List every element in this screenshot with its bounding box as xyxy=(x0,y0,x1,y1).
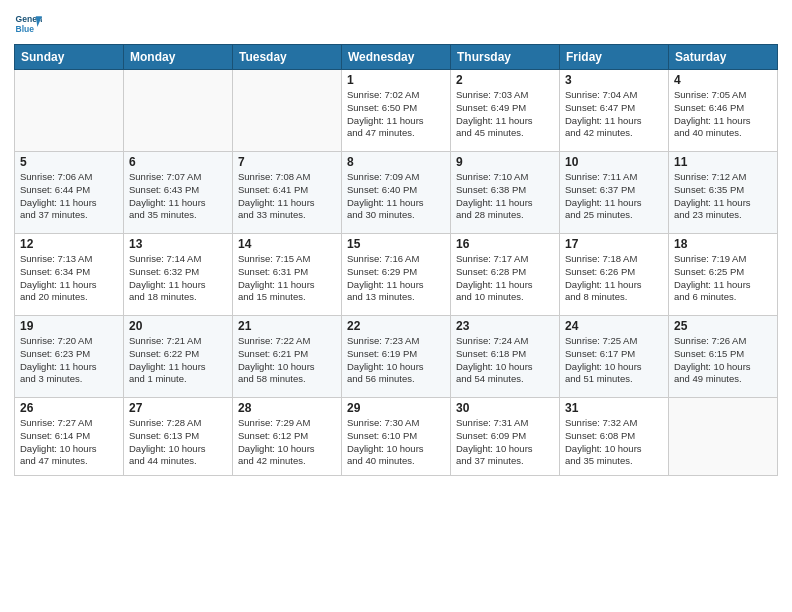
day-info: Sunrise: 7:20 AM Sunset: 6:23 PM Dayligh… xyxy=(20,335,118,386)
day-number: 23 xyxy=(456,319,554,333)
day-info: Sunrise: 7:06 AM Sunset: 6:44 PM Dayligh… xyxy=(20,171,118,222)
day-info: Sunrise: 7:19 AM Sunset: 6:25 PM Dayligh… xyxy=(674,253,772,304)
day-number: 15 xyxy=(347,237,445,251)
day-cell: 15Sunrise: 7:16 AM Sunset: 6:29 PM Dayli… xyxy=(342,234,451,316)
weekday-friday: Friday xyxy=(560,45,669,70)
day-number: 30 xyxy=(456,401,554,415)
day-cell: 8Sunrise: 7:09 AM Sunset: 6:40 PM Daylig… xyxy=(342,152,451,234)
day-number: 19 xyxy=(20,319,118,333)
day-number: 26 xyxy=(20,401,118,415)
weekday-sunday: Sunday xyxy=(15,45,124,70)
day-info: Sunrise: 7:05 AM Sunset: 6:46 PM Dayligh… xyxy=(674,89,772,140)
calendar: SundayMondayTuesdayWednesdayThursdayFrid… xyxy=(14,44,778,476)
week-row-4: 19Sunrise: 7:20 AM Sunset: 6:23 PM Dayli… xyxy=(15,316,778,398)
day-info: Sunrise: 7:32 AM Sunset: 6:08 PM Dayligh… xyxy=(565,417,663,468)
day-number: 7 xyxy=(238,155,336,169)
day-number: 13 xyxy=(129,237,227,251)
week-row-5: 26Sunrise: 7:27 AM Sunset: 6:14 PM Dayli… xyxy=(15,398,778,476)
day-number: 21 xyxy=(238,319,336,333)
logo-icon: General Blue xyxy=(14,10,42,38)
day-info: Sunrise: 7:14 AM Sunset: 6:32 PM Dayligh… xyxy=(129,253,227,304)
day-cell: 26Sunrise: 7:27 AM Sunset: 6:14 PM Dayli… xyxy=(15,398,124,476)
day-cell xyxy=(124,70,233,152)
day-number: 24 xyxy=(565,319,663,333)
day-info: Sunrise: 7:24 AM Sunset: 6:18 PM Dayligh… xyxy=(456,335,554,386)
day-cell: 13Sunrise: 7:14 AM Sunset: 6:32 PM Dayli… xyxy=(124,234,233,316)
day-cell xyxy=(15,70,124,152)
day-cell: 10Sunrise: 7:11 AM Sunset: 6:37 PM Dayli… xyxy=(560,152,669,234)
day-info: Sunrise: 7:29 AM Sunset: 6:12 PM Dayligh… xyxy=(238,417,336,468)
day-number: 5 xyxy=(20,155,118,169)
day-cell: 6Sunrise: 7:07 AM Sunset: 6:43 PM Daylig… xyxy=(124,152,233,234)
day-info: Sunrise: 7:17 AM Sunset: 6:28 PM Dayligh… xyxy=(456,253,554,304)
day-number: 4 xyxy=(674,73,772,87)
day-number: 25 xyxy=(674,319,772,333)
day-number: 9 xyxy=(456,155,554,169)
day-cell: 11Sunrise: 7:12 AM Sunset: 6:35 PM Dayli… xyxy=(669,152,778,234)
page: General Blue SundayMondayTuesdayWednesda… xyxy=(0,0,792,612)
day-cell: 14Sunrise: 7:15 AM Sunset: 6:31 PM Dayli… xyxy=(233,234,342,316)
day-number: 8 xyxy=(347,155,445,169)
day-cell: 19Sunrise: 7:20 AM Sunset: 6:23 PM Dayli… xyxy=(15,316,124,398)
day-number: 16 xyxy=(456,237,554,251)
day-info: Sunrise: 7:09 AM Sunset: 6:40 PM Dayligh… xyxy=(347,171,445,222)
day-cell: 9Sunrise: 7:10 AM Sunset: 6:38 PM Daylig… xyxy=(451,152,560,234)
day-info: Sunrise: 7:08 AM Sunset: 6:41 PM Dayligh… xyxy=(238,171,336,222)
day-info: Sunrise: 7:23 AM Sunset: 6:19 PM Dayligh… xyxy=(347,335,445,386)
day-cell: 1Sunrise: 7:02 AM Sunset: 6:50 PM Daylig… xyxy=(342,70,451,152)
day-cell: 17Sunrise: 7:18 AM Sunset: 6:26 PM Dayli… xyxy=(560,234,669,316)
week-row-2: 5Sunrise: 7:06 AM Sunset: 6:44 PM Daylig… xyxy=(15,152,778,234)
day-info: Sunrise: 7:03 AM Sunset: 6:49 PM Dayligh… xyxy=(456,89,554,140)
day-cell: 22Sunrise: 7:23 AM Sunset: 6:19 PM Dayli… xyxy=(342,316,451,398)
day-cell: 29Sunrise: 7:30 AM Sunset: 6:10 PM Dayli… xyxy=(342,398,451,476)
day-info: Sunrise: 7:16 AM Sunset: 6:29 PM Dayligh… xyxy=(347,253,445,304)
day-cell: 18Sunrise: 7:19 AM Sunset: 6:25 PM Dayli… xyxy=(669,234,778,316)
day-number: 17 xyxy=(565,237,663,251)
day-info: Sunrise: 7:31 AM Sunset: 6:09 PM Dayligh… xyxy=(456,417,554,468)
day-info: Sunrise: 7:12 AM Sunset: 6:35 PM Dayligh… xyxy=(674,171,772,222)
day-info: Sunrise: 7:10 AM Sunset: 6:38 PM Dayligh… xyxy=(456,171,554,222)
day-cell: 2Sunrise: 7:03 AM Sunset: 6:49 PM Daylig… xyxy=(451,70,560,152)
day-number: 14 xyxy=(238,237,336,251)
day-number: 28 xyxy=(238,401,336,415)
day-info: Sunrise: 7:18 AM Sunset: 6:26 PM Dayligh… xyxy=(565,253,663,304)
day-info: Sunrise: 7:25 AM Sunset: 6:17 PM Dayligh… xyxy=(565,335,663,386)
weekday-thursday: Thursday xyxy=(451,45,560,70)
day-number: 10 xyxy=(565,155,663,169)
day-cell: 20Sunrise: 7:21 AM Sunset: 6:22 PM Dayli… xyxy=(124,316,233,398)
day-info: Sunrise: 7:15 AM Sunset: 6:31 PM Dayligh… xyxy=(238,253,336,304)
day-cell: 21Sunrise: 7:22 AM Sunset: 6:21 PM Dayli… xyxy=(233,316,342,398)
day-info: Sunrise: 7:22 AM Sunset: 6:21 PM Dayligh… xyxy=(238,335,336,386)
day-info: Sunrise: 7:26 AM Sunset: 6:15 PM Dayligh… xyxy=(674,335,772,386)
day-info: Sunrise: 7:30 AM Sunset: 6:10 PM Dayligh… xyxy=(347,417,445,468)
day-cell: 30Sunrise: 7:31 AM Sunset: 6:09 PM Dayli… xyxy=(451,398,560,476)
day-info: Sunrise: 7:11 AM Sunset: 6:37 PM Dayligh… xyxy=(565,171,663,222)
day-info: Sunrise: 7:02 AM Sunset: 6:50 PM Dayligh… xyxy=(347,89,445,140)
day-cell: 3Sunrise: 7:04 AM Sunset: 6:47 PM Daylig… xyxy=(560,70,669,152)
weekday-wednesday: Wednesday xyxy=(342,45,451,70)
day-cell: 7Sunrise: 7:08 AM Sunset: 6:41 PM Daylig… xyxy=(233,152,342,234)
day-number: 3 xyxy=(565,73,663,87)
logo: General Blue xyxy=(14,10,42,38)
day-info: Sunrise: 7:13 AM Sunset: 6:34 PM Dayligh… xyxy=(20,253,118,304)
day-info: Sunrise: 7:27 AM Sunset: 6:14 PM Dayligh… xyxy=(20,417,118,468)
day-number: 29 xyxy=(347,401,445,415)
day-cell: 31Sunrise: 7:32 AM Sunset: 6:08 PM Dayli… xyxy=(560,398,669,476)
day-cell: 23Sunrise: 7:24 AM Sunset: 6:18 PM Dayli… xyxy=(451,316,560,398)
day-info: Sunrise: 7:07 AM Sunset: 6:43 PM Dayligh… xyxy=(129,171,227,222)
day-cell: 12Sunrise: 7:13 AM Sunset: 6:34 PM Dayli… xyxy=(15,234,124,316)
day-info: Sunrise: 7:21 AM Sunset: 6:22 PM Dayligh… xyxy=(129,335,227,386)
day-cell: 4Sunrise: 7:05 AM Sunset: 6:46 PM Daylig… xyxy=(669,70,778,152)
day-number: 12 xyxy=(20,237,118,251)
day-number: 22 xyxy=(347,319,445,333)
day-cell: 27Sunrise: 7:28 AM Sunset: 6:13 PM Dayli… xyxy=(124,398,233,476)
day-number: 20 xyxy=(129,319,227,333)
day-number: 2 xyxy=(456,73,554,87)
day-number: 18 xyxy=(674,237,772,251)
day-cell xyxy=(669,398,778,476)
day-cell: 25Sunrise: 7:26 AM Sunset: 6:15 PM Dayli… xyxy=(669,316,778,398)
week-row-1: 1Sunrise: 7:02 AM Sunset: 6:50 PM Daylig… xyxy=(15,70,778,152)
day-info: Sunrise: 7:28 AM Sunset: 6:13 PM Dayligh… xyxy=(129,417,227,468)
weekday-header-row: SundayMondayTuesdayWednesdayThursdayFrid… xyxy=(15,45,778,70)
weekday-monday: Monday xyxy=(124,45,233,70)
